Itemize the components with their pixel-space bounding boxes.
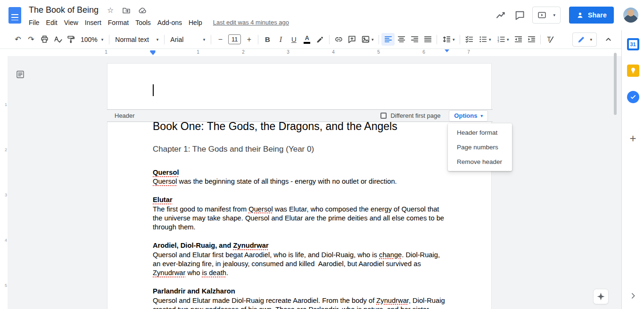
font-size-value[interactable]: 11 <box>228 34 241 44</box>
section-heading[interactable]: Quersol <box>153 168 447 177</box>
highlight-color-button[interactable] <box>314 33 327 46</box>
numbered-list-button[interactable]: 123 ▾ <box>494 33 512 46</box>
styles-select[interactable]: Normal text▾ <box>112 33 162 46</box>
doc-section: Arodiel, Diol-Ruaig, and ZynudrwarQuerso… <box>153 241 447 278</box>
undo-button[interactable]: ↶ <box>11 33 25 46</box>
star-icon[interactable]: ☆ <box>106 6 115 15</box>
menu-format[interactable]: Format <box>105 18 132 27</box>
left-indent-marker[interactable] <box>150 50 156 55</box>
checklist-button[interactable] <box>462 33 476 46</box>
text-run: . <box>226 269 228 276</box>
document-outline-icon[interactable] <box>16 70 25 79</box>
paint-format-button[interactable] <box>64 33 77 46</box>
bold-button[interactable]: B <box>261 33 274 46</box>
editing-mode-button[interactable]: ▾ <box>572 33 597 47</box>
doc-section: Parlandrir and KalzharonQuersol and Elut… <box>153 287 447 309</box>
explore-button[interactable] <box>593 289 609 304</box>
menu-tools[interactable]: Tools <box>132 18 154 27</box>
align-right-button[interactable] <box>408 33 421 46</box>
vertical-ruler[interactable]: 12345 <box>0 56 8 309</box>
menu-addons[interactable]: Add-ons <box>154 18 185 27</box>
doc-chapter-heading[interactable]: Chapter 1: The Gods and their Being (Yea… <box>153 144 447 154</box>
document-page[interactable]: Book One: The Gods, the Dragons, and the… <box>107 63 492 309</box>
zoom-select[interactable]: 100%▾ <box>77 33 107 46</box>
ruler-number: 1 <box>105 49 107 55</box>
section-heading[interactable]: Parlandrir and Kalzharon <box>153 287 447 296</box>
svg-text:T: T <box>547 36 551 43</box>
misspelled-word: change <box>379 251 402 259</box>
italic-button[interactable]: I <box>274 33 287 46</box>
align-left-button[interactable] <box>381 33 395 46</box>
share-button[interactable]: Share <box>569 7 614 24</box>
insights-icon[interactable] <box>495 9 507 21</box>
ruler-number: 7 <box>467 49 470 55</box>
editing-mode-caret-icon: ▾ <box>590 37 592 42</box>
insert-image-button[interactable]: ▾ <box>358 33 376 46</box>
menu-file[interactable]: File <box>25 18 43 27</box>
docs-logo[interactable] <box>8 7 21 24</box>
menu-insert[interactable]: Insert <box>82 18 105 27</box>
ruler-number: 5 <box>377 49 380 55</box>
bulleted-list-button[interactable]: ▾ <box>476 33 494 46</box>
misspelled-word: Zynudrwar <box>376 297 409 304</box>
horizontal-ruler[interactable]: 11234567 <box>0 49 621 56</box>
comment-history-icon[interactable] <box>513 9 526 21</box>
increase-indent-button[interactable] <box>525 33 538 46</box>
right-indent-marker[interactable] <box>445 52 449 61</box>
section-paragraph[interactable]: The first good to manifest from Quersol … <box>153 205 447 232</box>
last-edit-link[interactable]: Last edit was 4 minutes ago <box>213 19 289 26</box>
options-menu-item[interactable]: Page numbers <box>448 140 512 154</box>
move-to-folder-icon[interactable] <box>122 6 131 15</box>
toolbar-separator <box>460 35 460 44</box>
toolbar-separator <box>164 35 165 44</box>
line-spacing-button[interactable]: ▾ <box>439 33 457 46</box>
menu-view[interactable]: View <box>61 18 82 27</box>
menu-edit[interactable]: Edit <box>43 18 61 27</box>
spelling-check-button[interactable] <box>51 33 64 46</box>
hide-menus-button[interactable] <box>602 33 615 46</box>
section-heading[interactable]: Arodiel, Diol-Ruaig, and Zynudrwar <box>153 241 447 250</box>
decrease-indent-button[interactable] <box>512 33 525 46</box>
add-comment-button[interactable] <box>345 33 358 46</box>
decrease-font-size-button[interactable]: − <box>214 33 227 46</box>
insert-link-button[interactable] <box>332 33 345 46</box>
present-button[interactable]: ▾ <box>532 7 561 24</box>
options-menu: Header formatPage numbersRemove header <box>448 123 512 171</box>
text-run: Quersol and Elutar first begat Aarodiel,… <box>153 251 379 259</box>
hide-side-panel-icon[interactable] <box>627 290 639 302</box>
align-center-button[interactable] <box>395 33 408 46</box>
text-color-button[interactable]: A <box>300 33 314 46</box>
clear-formatting-button[interactable]: T <box>543 33 556 46</box>
section-paragraph[interactable]: Quersol and Elutar first begat Aarodiel,… <box>153 251 447 278</box>
section-paragraph[interactable]: Quersol was the beginning state of all t… <box>153 177 447 186</box>
keep-icon[interactable] <box>627 65 639 77</box>
header-options-button[interactable]: Options ▾ <box>449 110 488 122</box>
options-menu-item[interactable]: Header format <box>448 125 512 140</box>
vertical-scrollbar-thumb[interactable] <box>614 53 617 115</box>
calendar-icon[interactable]: 31 <box>627 38 639 50</box>
toolbar-separator <box>211 35 211 44</box>
font-select[interactable]: Arial▾ <box>167 33 208 46</box>
text-cursor <box>153 84 154 96</box>
menu-help[interactable]: Help <box>185 18 206 27</box>
redo-button[interactable]: ↷ <box>25 33 38 46</box>
add-addon-icon[interactable]: + <box>627 132 639 145</box>
section-heading[interactable]: Elutar <box>153 195 447 204</box>
document-title-input[interactable]: The Book of Being <box>27 5 100 15</box>
underline-button[interactable]: U <box>287 33 300 46</box>
section-paragraph[interactable]: Quersol and Elutar made Diol-Ruaig recre… <box>153 296 447 309</box>
ruler-number: 6 <box>422 49 425 55</box>
different-first-page-checkbox[interactable] <box>380 113 387 119</box>
print-button[interactable] <box>38 33 51 46</box>
options-caret-icon: ▾ <box>480 114 483 118</box>
toolbar-separator <box>329 35 330 44</box>
avatar[interactable] <box>623 8 638 23</box>
align-justify-button[interactable] <box>421 33 434 46</box>
text-run: Arodiel, Diol-Ruaig, and <box>153 242 233 249</box>
ruler-number: 1 <box>5 102 7 107</box>
document-status-cloud-icon[interactable] <box>138 6 147 15</box>
options-menu-item[interactable]: Remove header <box>448 154 512 169</box>
styles-caret-icon: ▾ <box>157 37 159 42</box>
increase-font-size-button[interactable]: + <box>242 33 256 46</box>
tasks-icon[interactable] <box>627 91 639 103</box>
